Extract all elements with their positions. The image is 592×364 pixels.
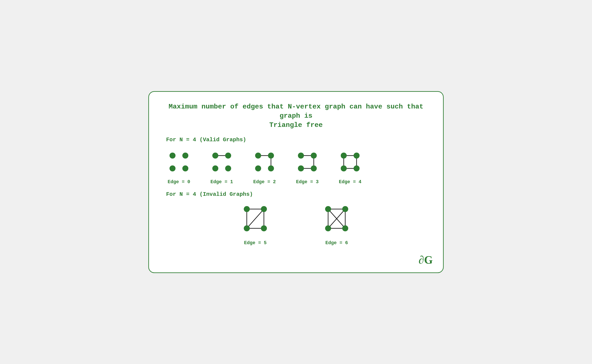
logo-text: ∂G xyxy=(419,254,433,266)
graph-edge6-svg xyxy=(317,203,356,237)
svg-point-12 xyxy=(268,153,274,159)
svg-point-5 xyxy=(212,153,218,159)
graph-edge4-label: Edge = 4 xyxy=(339,179,362,185)
svg-point-0 xyxy=(169,153,176,159)
svg-point-19 xyxy=(311,153,317,159)
svg-point-20 xyxy=(298,165,304,171)
graph-edge4: Edge = 4 xyxy=(333,148,367,185)
graph-edge5-label: Edge = 5 xyxy=(244,240,267,246)
graph-edge6: Edge = 6 xyxy=(317,203,356,246)
svg-point-7 xyxy=(212,165,218,171)
svg-point-18 xyxy=(298,153,304,159)
title-line1: Maximum number of edges that N-vertex gr… xyxy=(169,103,423,120)
graph-edge2: Edge = 2 xyxy=(247,148,282,185)
svg-point-46 xyxy=(342,206,348,212)
svg-point-36 xyxy=(261,206,267,212)
svg-point-27 xyxy=(354,153,360,159)
graph-edge2-label: Edge = 2 xyxy=(253,179,276,185)
svg-point-11 xyxy=(255,153,261,159)
svg-point-45 xyxy=(325,206,331,212)
section1-title: For N = 4 (Valid Graphs) xyxy=(166,136,430,143)
svg-point-1 xyxy=(182,153,188,159)
section2-title: For N = 4 (Invalid Graphs) xyxy=(166,191,430,197)
graph-edge0-label: Edge = 0 xyxy=(168,179,190,185)
svg-point-47 xyxy=(325,225,331,231)
graph-edge1-svg xyxy=(205,148,239,176)
svg-point-26 xyxy=(341,153,347,159)
graph-edge1: Edge = 1 xyxy=(205,148,239,185)
svg-point-28 xyxy=(341,165,347,171)
main-card: Maximum number of edges that N-vertex gr… xyxy=(148,91,444,273)
svg-point-35 xyxy=(244,206,250,212)
main-title: Maximum number of edges that N-vertex gr… xyxy=(162,102,430,130)
svg-point-8 xyxy=(225,165,231,171)
svg-point-29 xyxy=(354,165,360,171)
svg-point-21 xyxy=(311,165,317,171)
valid-graphs-row: Edge = 0 Edge = 1 Edge = 2 xyxy=(162,148,430,185)
svg-point-37 xyxy=(244,225,250,231)
svg-point-13 xyxy=(255,165,261,171)
title-line2: Triangle free xyxy=(269,121,323,129)
graph-edge6-label: Edge = 6 xyxy=(325,240,348,246)
graph-edge3-svg xyxy=(290,148,325,176)
svg-point-48 xyxy=(342,225,348,231)
graph-edge4-svg xyxy=(333,148,367,176)
graph-edge0-svg xyxy=(162,148,196,176)
svg-point-6 xyxy=(225,153,231,159)
graph-edge3: Edge = 3 xyxy=(290,148,325,185)
graph-edge1-label: Edge = 1 xyxy=(210,179,233,185)
graph-edge5-svg xyxy=(236,203,275,237)
svg-point-14 xyxy=(268,165,274,171)
invalid-graphs-row: Edge = 5 Edge = 6 xyxy=(162,203,430,246)
graph-edge3-label: Edge = 3 xyxy=(296,179,319,185)
svg-point-2 xyxy=(169,165,176,171)
svg-point-38 xyxy=(261,225,267,231)
graph-edge5: Edge = 5 xyxy=(236,203,275,246)
graph-edge2-svg xyxy=(247,148,282,176)
logo: ∂G xyxy=(419,254,433,266)
graph-edge0: Edge = 0 xyxy=(162,148,196,185)
svg-line-34 xyxy=(247,209,264,228)
svg-point-3 xyxy=(182,165,188,171)
